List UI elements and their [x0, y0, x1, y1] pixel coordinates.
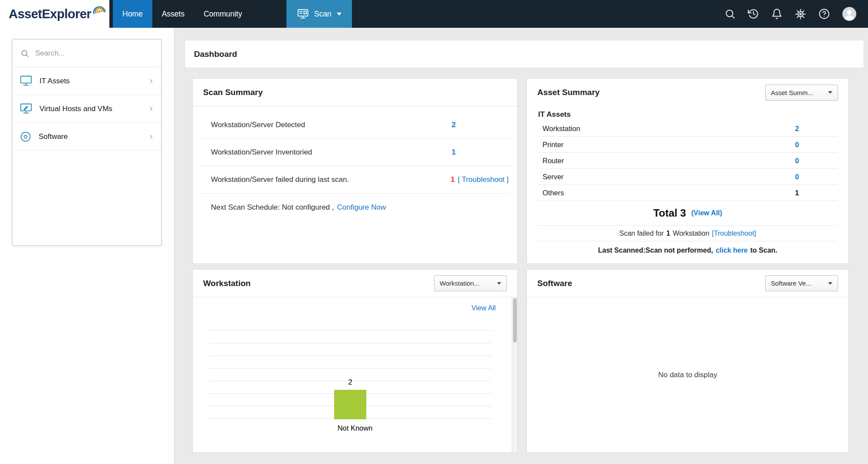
asset-row: Others 1 — [538, 185, 837, 201]
scan-failed-count: 1 — [666, 230, 670, 237]
software-card: Software Software Ve... No data to displ… — [526, 269, 849, 453]
troubleshoot-link[interactable]: [Troubleshoot] — [712, 230, 756, 237]
settings-icon[interactable] — [795, 8, 806, 20]
scan-summary-row: Workstation/Server failed during last sc… — [199, 166, 511, 194]
sidebar-item-software[interactable]: Software — [13, 123, 161, 151]
chevron-down-icon — [497, 282, 501, 285]
asset-count[interactable]: 0 — [795, 173, 799, 181]
asset-count[interactable]: 0 — [795, 141, 799, 149]
sidebar-search-input[interactable] — [35, 49, 153, 58]
brand-logo[interactable]: AssetExplorer — [0, 0, 109, 28]
history-icon[interactable] — [748, 8, 759, 20]
asset-row: Workstation 2 — [538, 121, 837, 137]
row-label: Workstation/Server Inventoried — [211, 148, 312, 157]
scan-summary-row: Workstation/Server Inventoried 1 — [199, 139, 511, 166]
sidebar-item-label: Virtual Hosts and VMs — [39, 105, 141, 113]
sidebar-item-it-assets[interactable]: IT Assets — [13, 67, 161, 95]
asset-summary-dropdown[interactable]: Asset Summ... — [765, 85, 838, 101]
nav-tab-home[interactable]: Home — [113, 0, 152, 28]
dropdown-value: Software Ve... — [771, 280, 825, 287]
asset-row: Printer 0 — [538, 137, 837, 153]
configure-now-link[interactable]: Configure Now — [337, 203, 386, 212]
asset-count[interactable]: 0 — [795, 157, 799, 165]
bar-chart: 2 — [209, 330, 491, 419]
view-all-link[interactable]: (View All) — [691, 209, 722, 217]
dropdown-value: Asset Summ... — [771, 89, 825, 96]
scan-summary-row: Workstation/Server Detected 2 — [199, 112, 511, 139]
software-dropdown[interactable]: Software Ve... — [765, 275, 838, 291]
asset-total-row: Total 3 (View All) — [538, 201, 837, 225]
failed-count: 1 — [450, 175, 454, 184]
workstation-scrollbar[interactable] — [512, 297, 517, 452]
asset-count[interactable]: 2 — [795, 125, 799, 133]
last-scanned-row: Last Scanned:Scan not performed, click h… — [538, 241, 837, 260]
workstation-header: Workstation Workstation... — [193, 270, 517, 297]
sidebar-item-label: Software — [39, 132, 141, 141]
dashboard-header-bar: Dashboard — [184, 40, 864, 68]
last-scanned-text: Last Scanned:Scan not performed, — [598, 247, 713, 254]
asset-label: Printer — [542, 141, 564, 149]
search-icon — [20, 49, 29, 58]
nav-tab-assets[interactable]: Assets — [152, 0, 194, 28]
scan-failed-text: Scan failed for — [619, 230, 664, 237]
scan-schedule-row: Next Scan Schedule: Not configured , Con… — [199, 194, 511, 221]
row-label: Workstation/Server failed during last sc… — [211, 175, 349, 184]
workstation-body: View All 2 Not Known — [193, 297, 517, 452]
view-all-link[interactable]: View All — [471, 304, 496, 312]
workstation-dropdown[interactable]: Workstation... — [434, 275, 507, 291]
help-icon[interactable] — [819, 8, 830, 20]
scan-label: Scan — [314, 10, 332, 19]
chart-bar-group: 2 — [334, 378, 366, 419]
row-value[interactable]: 1 — [452, 148, 456, 157]
scan-monitor-icon — [297, 9, 309, 20]
asset-label: Router — [542, 157, 564, 165]
total-label: Total 3 — [653, 207, 686, 219]
workstation-card: Workstation Workstation... View All — [192, 269, 518, 453]
chevron-right-icon — [148, 78, 154, 84]
software-header: Software Software Ve... — [527, 270, 848, 297]
scrollbar-thumb[interactable] — [513, 298, 517, 342]
card-title: Workstation — [203, 279, 250, 288]
navbar-icon-group — [724, 0, 868, 28]
assetexplorer-app: AssetExplorer Home Assets Community — [0, 0, 868, 464]
chevron-down-icon — [828, 282, 832, 285]
notifications-icon[interactable] — [771, 8, 783, 20]
row-label: Workstation/Server Detected — [211, 121, 305, 129]
workstation-bar[interactable] — [334, 390, 366, 419]
chevron-down-icon — [337, 13, 342, 16]
asset-group-header: IT Assets — [538, 107, 837, 121]
asset-row: Router 0 — [538, 153, 837, 169]
search-icon[interactable] — [724, 8, 736, 20]
asset-label: Workstation — [542, 125, 580, 133]
dropdown-value: Workstation... — [440, 280, 493, 287]
chevron-right-icon — [148, 134, 154, 140]
schedule-text: Next Scan Schedule: Not configured , — [211, 203, 334, 212]
scan-menu-button[interactable]: Scan — [286, 0, 352, 28]
user-avatar[interactable] — [842, 7, 857, 21]
chart-gridline — [209, 330, 491, 331]
card-title: Scan Summary — [203, 88, 263, 97]
asset-count: 1 — [795, 189, 799, 197]
vm-monitor-icon — [20, 103, 33, 115]
bar-value-label: 2 — [348, 378, 352, 386]
top-navbar: AssetExplorer Home Assets Community — [0, 0, 868, 28]
empty-state-text: No data to display — [658, 371, 717, 379]
scan-summary-rows: Workstation/Server Detected 2 Workstatio… — [193, 106, 517, 221]
scan-failed-row: Scan failed for 1 Workstation [Troublesh… — [538, 225, 837, 241]
troubleshoot-link[interactable]: [ Troubleshoot ] — [458, 175, 509, 184]
chart-gridline — [209, 368, 491, 369]
asset-summary-table: IT Assets Workstation 2 Printer 0 Router… — [527, 106, 848, 260]
row-value[interactable]: 2 — [452, 121, 456, 129]
software-body: No data to display — [527, 297, 848, 452]
sidebar-item-virtual-hosts[interactable]: Virtual Hosts and VMs — [13, 95, 161, 123]
left-sidebar: IT Assets Virtual Hosts and VMs Software — [0, 28, 174, 464]
nav-tab-community[interactable]: Community — [194, 0, 252, 28]
disc-icon — [20, 131, 32, 143]
asset-summary-header: Asset Summary Asset Summ... — [527, 79, 848, 106]
asset-row: Server 0 — [538, 169, 837, 185]
click-here-link[interactable]: click here — [716, 247, 748, 254]
asset-summary-card: Asset Summary Asset Summ... IT Assets Wo… — [526, 78, 849, 264]
asset-label: Others — [542, 189, 564, 197]
sidebar-item-label: IT Assets — [39, 77, 141, 86]
brand-name: AssetExplorer — [9, 7, 91, 21]
